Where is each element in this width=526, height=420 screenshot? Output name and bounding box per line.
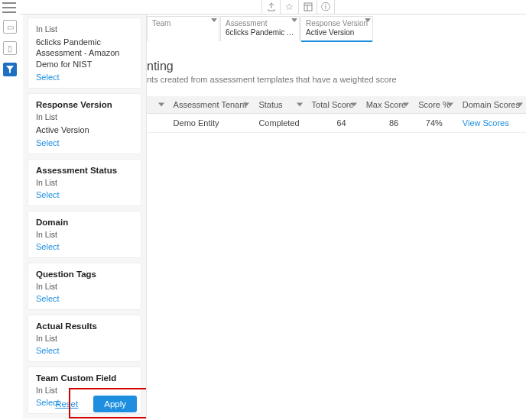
filter-operator: In List [36,334,133,343]
chevron-down-icon [297,103,303,107]
cell-tenant: Demo Entity [167,114,253,133]
filter-card: DomainIn ListSelect [28,211,141,258]
filter-operator: In List [36,24,133,34]
filter-card: Assessment StatusIn ListSelect [28,159,141,206]
column-header-label: Status [258,100,282,109]
breadcrumb-tab[interactable]: Team [147,16,219,41]
filter-title: Response Version [36,100,133,109]
filter-select-link[interactable]: Select [36,190,133,199]
column-header[interactable]: Assessment Tenant [167,96,253,114]
cell-max: 86 [360,114,413,133]
filter-select-link[interactable]: Select [36,294,133,303]
info-icon[interactable]: ⓘ [317,0,335,14]
star-icon[interactable]: ☆ [280,0,298,14]
layout-icon[interactable] [298,0,317,14]
chevron-down-icon [403,103,409,107]
table-row: Demo Entity Completed 64 86 74% View Sco… [147,114,526,133]
apply-button[interactable]: Apply [93,396,137,412]
top-toolbar: ☆ ⓘ [20,0,526,15]
chevron-down-icon [158,103,164,107]
filter-icon[interactable] [3,63,17,76]
filter-panel-footer: Reset Apply [23,391,146,417]
view-scores-link[interactable]: View Scores [463,118,509,128]
results-table: Assessment TenantStatusTotal ScoreMax Sc… [147,96,526,133]
filter-card: Question TagsIn ListSelect [28,263,141,310]
filter-select-link[interactable]: Select [36,346,133,355]
page-title: nting [147,60,526,73]
chevron-down-icon [211,18,217,22]
chevron-down-icon [243,103,249,107]
filter-operator: In List [36,282,133,291]
chevron-down-icon [351,103,357,107]
column-header[interactable]: Status [252,96,305,114]
cell-blank [147,114,167,133]
filter-select-link[interactable]: Select [36,138,133,147]
filter-card: In List6clicks Pandemic Assessment - Ama… [28,18,141,89]
filter-operator: In List [36,230,133,239]
filter-operator: In List [36,178,133,187]
filter-value: 6clicks Pandemic Assessment - AmazonDemo… [36,37,133,69]
chevron-down-icon [291,18,297,22]
filter-title: Assessment Status [36,166,133,175]
column-header[interactable]: Total Score [306,96,360,114]
breadcrumb-tab[interactable]: Response Version Active Version [300,16,373,41]
filter-scroll-area[interactable]: In List6clicks Pandemic Assessment - Ama… [23,15,146,418]
cell-total: 64 [306,114,360,133]
cell-pct: 74% [412,114,456,133]
filter-title: Team Custom Field [36,373,133,383]
column-header[interactable]: Domain Scores [456,96,526,114]
page-description: nts created from assessment templates th… [147,75,526,84]
column-header[interactable] [147,96,167,114]
filter-operator: In List [36,112,133,121]
left-rail: ▭ ▯ [0,0,20,420]
breadcrumb-tab-value: Active Version [306,28,368,37]
filter-select-link[interactable]: Select [36,73,133,82]
cell-domain-scores: View Scores [456,114,526,133]
bookmark-icon[interactable]: ▯ [3,41,17,55]
breadcrumb-tabs: Team Assessment 6clicks Pandemic A... Re… [147,15,526,41]
column-header-label: Max Score [366,100,407,109]
cell-status: Completed [252,114,305,133]
table-header-row: Assessment TenantStatusTotal ScoreMax Sc… [147,96,526,114]
filter-card: Actual ResultsIn ListSelect [28,315,141,362]
breadcrumb-tab-label: Team [152,19,214,28]
column-header[interactable]: Max Score [360,96,413,114]
breadcrumb-tab-value: 6clicks Pandemic A... [226,28,294,37]
breadcrumb-tab[interactable]: Assessment 6clicks Pandemic A... [220,16,300,41]
chevron-down-icon [365,18,371,22]
reset-button[interactable]: Reset [55,399,78,409]
filter-card: Response VersionIn ListActive VersionSel… [28,93,141,154]
filter-title: Actual Results [36,321,133,331]
filter-select-link[interactable]: Select [36,242,133,251]
chevron-down-icon [447,103,453,107]
chevron-down-icon [517,103,523,107]
column-header-label: Total Score [312,100,354,109]
filter-title: Domain [36,218,133,227]
column-header-label: Domain Scores [463,100,520,109]
export-icon[interactable] [261,0,280,14]
filter-value: Active Version [36,124,133,135]
column-header-label: Assessment Tenant [174,100,247,109]
svg-rect-0 [304,3,312,11]
filter-title: Question Tags [36,270,133,279]
column-header-label: Score % [418,100,450,109]
breadcrumb-tab-label: Assessment [226,19,294,28]
breadcrumb-tab-label: Response Version [306,19,368,28]
filter-panel: In List6clicks Pandemic Assessment - Ama… [23,15,147,418]
folder-icon[interactable]: ▭ [3,20,17,34]
main-content: Team Assessment 6clicks Pandemic A... Re… [147,15,526,420]
column-header[interactable]: Score % [412,96,456,114]
